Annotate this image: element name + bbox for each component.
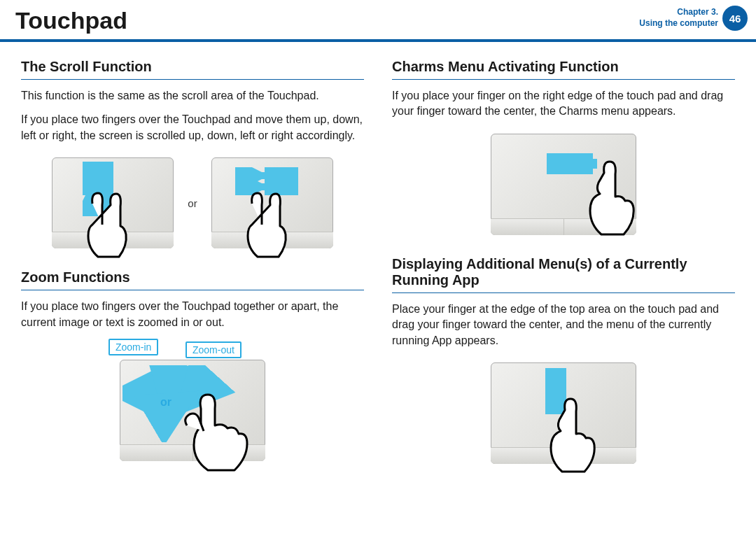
zoom-or-text: or [160,396,172,409]
page-number-badge: 46 [722,6,748,31]
touchpad-addmenu-illustration [491,362,636,464]
two-finger-hand-icon [238,190,294,267]
svg-line-5 [164,371,178,386]
scroll-heading: The Scroll Function [21,59,364,80]
chapter-text: Chapter 3. Using the computer [639,7,718,29]
scroll-p2: If you place two fingers over the Touchp… [21,112,364,143]
zoom-labels-row: Zoom-in Zoom-out [88,339,298,360]
charms-heading: Charms Menu Activating Function [392,59,735,80]
touchpad-charms-illustration [491,134,636,235]
zoom-p1: If you place two fingers over the Touchp… [21,299,364,330]
two-finger-hand-icon [78,190,134,267]
right-column: Charms Menu Activating Function If you p… [392,59,735,485]
one-finger-hand-icon [541,396,597,480]
charms-p1: If you place your finger on the right ed… [392,88,735,120]
chapter-line1: Chapter 3. [639,7,718,18]
left-column: The Scroll Function This function is the… [21,59,364,485]
chapter-line2: Using the computer [639,18,718,29]
one-finger-hand-icon [580,159,636,243]
touchpad-left-button [491,219,564,235]
touchpad-scroll-vertical-illustration [52,157,174,248]
charms-illustration [392,134,735,235]
touchpad-scroll-horizontal-illustration [211,157,333,248]
scroll-p1: This function is the same as the scroll … [21,88,364,104]
zoom-heading: Zoom Functions [21,269,364,290]
addmenu-p1: Place your finger at the edge of the top… [392,302,735,348]
pinch-hand-icon [180,388,264,479]
addmenu-illustration [392,362,735,464]
zoom-out-label: Zoom-out [186,341,241,358]
content-area: The Scroll Function This function is the… [0,42,756,485]
scroll-illustration-row: or [21,157,364,248]
scroll-or-text: or [188,197,197,209]
addmenu-heading: Displaying Additional Menu(s) of a Curre… [392,256,735,293]
touchpad-zoom-illustration: or [120,360,265,461]
zoom-in-label: Zoom-in [108,339,158,355]
chapter-info: Chapter 3. Using the computer 46 [639,6,756,31]
page-header: Touchpad Chapter 3. Using the computer 4… [0,0,756,42]
